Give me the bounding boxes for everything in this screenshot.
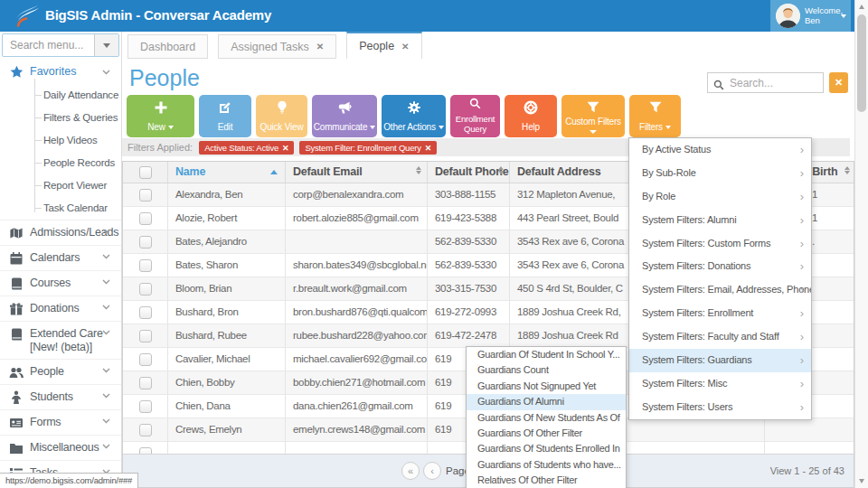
sidebar-item-help-videos[interactable]: Help Videos bbox=[0, 129, 121, 152]
sidebar-section-courses[interactable]: Courses bbox=[0, 270, 121, 296]
tab-assigned-tasks[interactable]: Assigned Tasks✕ bbox=[218, 34, 336, 59]
row-checkbox[interactable] bbox=[139, 236, 152, 249]
row-checkbox[interactable] bbox=[139, 353, 152, 366]
sidebar-item-people-records[interactable]: People Records bbox=[0, 152, 121, 174]
menu-item[interactable]: By Role› bbox=[629, 185, 811, 209]
menu-item[interactable]: System Filters: Alumni› bbox=[629, 209, 811, 232]
filter-badge[interactable]: System Filter: Enrollment Query✕ bbox=[299, 141, 437, 155]
tab-dashboard[interactable]: Dashboard bbox=[127, 34, 208, 59]
submenu-arrow-icon: › bbox=[800, 349, 804, 372]
enrollment-query-button[interactable]: EnrollmentQuery bbox=[450, 95, 500, 137]
filter-icon bbox=[629, 100, 681, 116]
column-header-email[interactable]: Default Email bbox=[286, 162, 428, 183]
help-button[interactable]: Help bbox=[505, 95, 557, 137]
chevron-down-icon bbox=[102, 305, 110, 310]
sidebar-section-extended-care[interactable]: Extended Care[New! (beta)] bbox=[0, 321, 121, 359]
sidebar-section-people[interactable]: People bbox=[0, 359, 121, 384]
caret-down-icon bbox=[439, 126, 444, 129]
custom-filters-button[interactable]: Custom Filters bbox=[561, 95, 625, 137]
caret-down-icon bbox=[590, 130, 597, 134]
row-checkbox[interactable] bbox=[139, 330, 152, 343]
row-checkbox[interactable] bbox=[139, 306, 152, 319]
tab-people[interactable]: People✕ bbox=[346, 32, 421, 59]
button-label: New bbox=[127, 122, 194, 132]
menu-item[interactable]: Guardians of Students who have... bbox=[467, 457, 626, 473]
column-header-name[interactable]: Name bbox=[168, 162, 286, 183]
user-menu[interactable]: Welcome, Ben bbox=[770, 0, 851, 32]
sidebar-item-report-viewer[interactable]: Report Viewer bbox=[0, 174, 121, 197]
row-checkbox[interactable] bbox=[139, 259, 152, 272]
sidebar-section-calendars[interactable]: Calendars bbox=[0, 245, 121, 270]
menu-search-dropdown-button[interactable] bbox=[94, 34, 118, 56]
close-icon[interactable]: ✕ bbox=[282, 144, 288, 153]
first-page-button[interactable]: « bbox=[401, 462, 420, 480]
sidebar-item-task-calendar[interactable]: Task Calendar bbox=[0, 197, 121, 220]
menu-item[interactable]: Guardian Of Student In School Y... bbox=[467, 347, 626, 362]
menu-item[interactable]: Guardians Of Students Enrolled In bbox=[467, 441, 626, 456]
select-all-checkbox[interactable] bbox=[139, 166, 152, 179]
menu-item-label: By Sub-Role bbox=[642, 167, 696, 178]
menu-item[interactable]: By Sub-Role› bbox=[629, 162, 811, 185]
status-url-tooltip: https://demo.bigsis.com/admin/### bbox=[0, 473, 138, 488]
edit-button[interactable]: Edit bbox=[199, 95, 251, 137]
vertical-scrollbar[interactable] bbox=[854, 0, 868, 488]
menu-item[interactable]: Relatives Of Other Filter bbox=[467, 473, 626, 488]
menu-item[interactable]: System Filters: Users› bbox=[629, 396, 811, 419]
menu-item[interactable]: System Filters: Enrollment› bbox=[629, 302, 811, 325]
favorites-list: Daily AttendanceFilters & QueriesHelp Vi… bbox=[0, 84, 121, 220]
menu-item[interactable]: System Filters: Custom Forms› bbox=[629, 232, 811, 256]
row-checkbox[interactable] bbox=[139, 189, 152, 202]
caret-down-icon bbox=[370, 126, 375, 129]
menu-item[interactable]: Guardians Not Signuped Yet bbox=[467, 379, 626, 394]
scroll-down-icon[interactable] bbox=[859, 479, 864, 483]
menu-item[interactable]: Guardians Of New Students As Of bbox=[467, 410, 626, 426]
sidebar-section-forms[interactable]: Forms bbox=[0, 409, 121, 435]
cell-email: michael.cavalier692@gmail.com bbox=[286, 348, 428, 371]
plus-icon bbox=[127, 100, 194, 116]
sidebar-item-daily-attendance[interactable]: Daily Attendance bbox=[0, 84, 121, 107]
filters-button[interactable]: Filters bbox=[629, 95, 681, 137]
previous-page-button[interactable]: ‹ bbox=[423, 462, 441, 480]
row-checkbox[interactable] bbox=[139, 424, 152, 436]
sidebar-section-miscellaneous[interactable]: Miscellaneous bbox=[0, 435, 121, 460]
menu-search-input[interactable] bbox=[3, 34, 94, 56]
sidebar-item-filters-queries[interactable]: Filters & Queries bbox=[0, 107, 121, 129]
scroll-up-icon[interactable] bbox=[859, 5, 864, 9]
scrollbar-thumb[interactable] bbox=[857, 14, 866, 112]
menu-item-label: System Filters: Donations bbox=[642, 260, 750, 271]
row-checkbox[interactable] bbox=[139, 377, 152, 389]
menu-item[interactable]: System Filters: Email, Addresses, Phones… bbox=[629, 278, 811, 302]
close-icon[interactable]: ✕ bbox=[316, 42, 324, 52]
communicate-button[interactable]: Communicate bbox=[312, 95, 377, 137]
menu-item[interactable]: System Filters: Misc› bbox=[629, 372, 811, 396]
grid-search-input[interactable] bbox=[728, 76, 823, 90]
menu-item[interactable]: Guardians Count bbox=[467, 362, 626, 378]
sidebar-section-donations[interactable]: Donations bbox=[0, 296, 121, 321]
new-button[interactable]: New bbox=[127, 95, 194, 137]
close-icon[interactable]: ✕ bbox=[401, 42, 409, 52]
menu-item-label: System Filters: Misc bbox=[642, 378, 727, 389]
menu-item[interactable]: Guardians Of Alumni bbox=[467, 394, 626, 409]
lightbulb-icon bbox=[256, 100, 307, 116]
row-checkbox[interactable] bbox=[139, 283, 152, 296]
other-actions-button[interactable]: Other Actions bbox=[382, 95, 446, 137]
row-checkbox-cell bbox=[123, 183, 168, 206]
sidebar-section-students[interactable]: Students bbox=[0, 384, 121, 409]
clear-search-button[interactable]: ✕ bbox=[829, 72, 848, 93]
filter-badge[interactable]: Active Status: Active✕ bbox=[199, 141, 294, 155]
menu-item[interactable]: System Filters: Donations› bbox=[629, 255, 811, 278]
menu-item-label: Guardians of Students who have... bbox=[477, 459, 621, 470]
row-checkbox[interactable] bbox=[139, 212, 152, 225]
menu-item[interactable]: System Filters: Guardians› bbox=[629, 349, 811, 372]
row-checkbox[interactable] bbox=[139, 400, 152, 413]
menu-item[interactable]: System Filters: Faculty and Staff› bbox=[629, 325, 811, 349]
cell-dob bbox=[765, 418, 854, 441]
menu-item[interactable]: By Active Status› bbox=[629, 138, 811, 162]
close-icon[interactable]: ✕ bbox=[425, 144, 431, 153]
sidebar-section-label: Donations bbox=[30, 302, 80, 315]
sidebar-section-favorites[interactable]: Favorites bbox=[0, 61, 121, 84]
menu-item[interactable]: Guardians Of Other Filter bbox=[467, 426, 626, 441]
column-header-phone[interactable]: Default Phone bbox=[428, 162, 510, 183]
sidebar-section-admissions-leads[interactable]: Admissions/Leads bbox=[0, 220, 121, 245]
quick-view-button[interactable]: Quick View bbox=[256, 95, 307, 137]
